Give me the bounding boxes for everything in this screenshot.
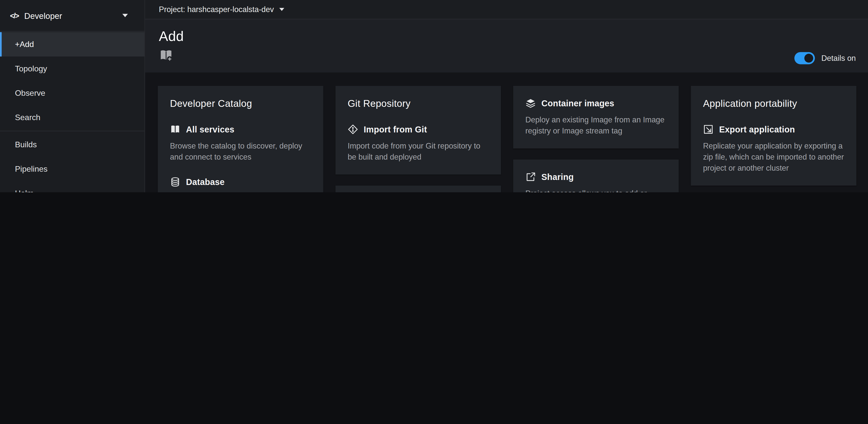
openshift-console: </> Developer +AddTopologyObserveSearchB… (0, 0, 868, 192)
card-column: Git RepositoryImport from GitImport code… (336, 86, 501, 192)
add-page-content: Developer CatalogAll servicesBrowse the … (145, 73, 868, 192)
card-application-portability[interactable]: Application portabilityExport applicatio… (691, 86, 857, 186)
details-toggle[interactable] (794, 52, 815, 64)
item-head: Container images (525, 98, 666, 109)
project-selector-label: Project: harshcasper-localsta-dev (159, 5, 274, 14)
sidebar-item-helm[interactable]: Helm (0, 181, 145, 192)
card-container-images[interactable]: Container imagesDeploy an existing Image… (513, 86, 679, 148)
add-item-all-services[interactable]: All servicesBrowse the catalog to discov… (170, 124, 311, 162)
item-label: All services (186, 124, 235, 135)
add-item-export-application[interactable]: Export applicationReplicate your applica… (703, 124, 844, 173)
sidebar-item-search[interactable]: Search (0, 105, 145, 130)
card-sharing[interactable]: SharingProject access allows you to add … (513, 160, 679, 192)
item-head: Import from Git (348, 124, 489, 135)
add-item-sharing[interactable]: SharingProject access allows you to add … (525, 172, 666, 192)
toggle-knob (804, 54, 813, 63)
card-title: Application portability (703, 98, 844, 110)
card-developer-catalog[interactable]: Developer CatalogAll servicesBrowse the … (158, 86, 323, 192)
sidebar-item-add[interactable]: +Add (0, 32, 145, 57)
sidebar: </> Developer +AddTopologyObserveSearchB… (0, 0, 145, 192)
layers-icon (525, 98, 536, 109)
database-icon (170, 177, 181, 187)
item-description: Browse the catalog to discover, deploy a… (170, 140, 311, 162)
details-toggle-label: Details on (821, 54, 856, 63)
details-toggle-group: Details on (794, 52, 856, 64)
item-head: Export application (703, 124, 844, 135)
item-description: Project access allows you to add or remo… (525, 188, 666, 192)
developer-perspective-icon: </> (10, 11, 19, 20)
item-label: Import from Git (364, 124, 427, 135)
add-cards-grid: Developer CatalogAll servicesBrowse the … (158, 86, 857, 192)
share-icon (525, 172, 536, 182)
perspective-label: Developer (24, 11, 117, 20)
export-icon (703, 124, 714, 135)
card-serverless-function[interactable]: fnCreate Serverless functionCreate and d… (336, 186, 501, 192)
sidebar-item-pipelines[interactable]: Pipelines (0, 157, 145, 181)
item-label: Sharing (541, 172, 574, 182)
item-head: All services (170, 124, 311, 135)
add-item-import-from-git[interactable]: Import from GitImport code from your Git… (348, 124, 489, 162)
item-description: Import code from your Git repository to … (348, 140, 489, 162)
item-head: Sharing (525, 172, 666, 182)
quick-start-catalog-icon[interactable] (159, 49, 173, 62)
sidebar-section-divider (0, 131, 145, 131)
perspective-switcher[interactable]: </> Developer (0, 0, 145, 32)
item-head: Database (170, 177, 311, 187)
page-title: Add (159, 28, 856, 44)
card-column: Container imagesDeploy an existing Image… (513, 86, 679, 192)
item-label: Container images (541, 98, 614, 108)
card-column: Developer CatalogAll servicesBrowse the … (158, 86, 323, 192)
card-title: Git Repository (348, 98, 489, 110)
caret-down-icon (122, 14, 128, 17)
sidebar-item-builds[interactable]: Builds (0, 133, 145, 157)
item-description: Deploy an existing Image from an Image r… (525, 114, 666, 136)
item-label: Export application (719, 124, 795, 135)
add-item-database[interactable]: DatabaseBrowse the catalog to discover d… (170, 177, 311, 192)
caret-down-icon (279, 8, 284, 11)
sidebar-nav: +AddTopologyObserveSearchBuildsPipelines… (0, 32, 145, 192)
card-git-repository[interactable]: Git RepositoryImport from GitImport code… (336, 86, 501, 175)
book-icon (170, 124, 181, 135)
masthead: Project: harshcasper-localsta-dev (145, 0, 868, 19)
add-item-container-images[interactable]: Container imagesDeploy an existing Image… (525, 98, 666, 136)
git-icon (348, 124, 358, 135)
card-column: Application portabilityExport applicatio… (691, 86, 857, 192)
sidebar-item-observe[interactable]: Observe (0, 81, 145, 105)
project-selector[interactable]: Project: harshcasper-localsta-dev (159, 5, 285, 14)
sidebar-item-topology[interactable]: Topology (0, 57, 145, 81)
card-title: Developer Catalog (170, 98, 311, 110)
page-header: Add Details on (145, 19, 868, 73)
item-description: Replicate your application by exporting … (703, 140, 844, 173)
item-label: Database (186, 177, 225, 187)
